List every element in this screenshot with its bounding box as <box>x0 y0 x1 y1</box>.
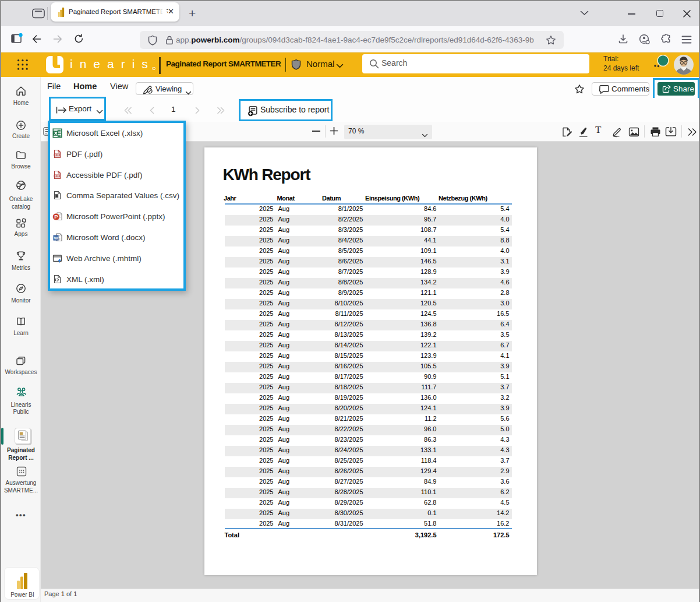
svg-text:W: W <box>54 235 58 240</box>
svg-text:P: P <box>54 213 58 220</box>
